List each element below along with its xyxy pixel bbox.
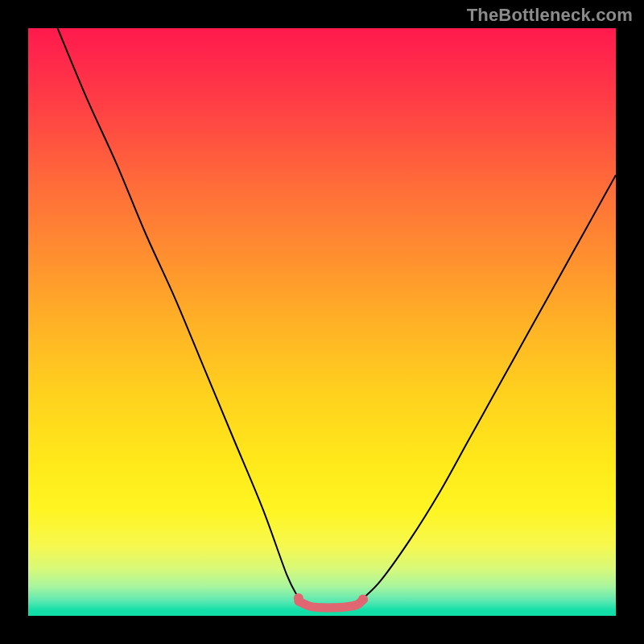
right-dot-marker	[358, 595, 368, 605]
left-curve-path	[58, 28, 299, 598]
bottleneck-curves-svg	[28, 28, 616, 616]
right-curve-path	[363, 175, 616, 599]
plot-area	[28, 28, 616, 616]
watermark-text: TheBottleneck.com	[467, 5, 633, 26]
flat-segment-path	[299, 600, 363, 608]
left-dot-marker	[294, 593, 303, 603]
chart-frame: TheBottleneck.com	[0, 0, 644, 644]
